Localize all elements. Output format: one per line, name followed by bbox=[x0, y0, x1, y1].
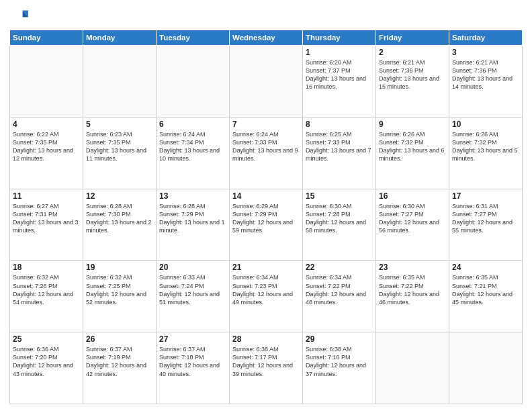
calendar-cell: 3Sunrise: 6:21 AM Sunset: 7:36 PM Daylig… bbox=[449, 46, 523, 118]
day-number: 26 bbox=[86, 334, 153, 344]
calendar-cell: 15Sunrise: 6:30 AM Sunset: 7:28 PM Dayli… bbox=[303, 189, 376, 261]
calendar-cell: 23Sunrise: 6:35 AM Sunset: 7:22 PM Dayli… bbox=[376, 261, 449, 332]
day-number: 6 bbox=[159, 120, 226, 129]
day-number: 25 bbox=[13, 334, 80, 344]
weekday-header-row: SundayMondayTuesdayWednesdayThursdayFrid… bbox=[10, 30, 523, 46]
calendar-body: 1Sunrise: 6:20 AM Sunset: 7:37 PM Daylig… bbox=[10, 46, 523, 404]
calendar-cell: 28Sunrise: 6:38 AM Sunset: 7:17 PM Dayli… bbox=[230, 332, 303, 404]
calendar-week-0: 1Sunrise: 6:20 AM Sunset: 7:37 PM Daylig… bbox=[10, 46, 523, 118]
calendar-cell: 24Sunrise: 6:35 AM Sunset: 7:21 PM Dayli… bbox=[449, 261, 523, 332]
day-info: Sunrise: 6:31 AM Sunset: 7:27 PM Dayligh… bbox=[452, 202, 519, 235]
logo bbox=[9, 7, 31, 26]
day-number: 28 bbox=[232, 334, 300, 344]
calendar-cell: 1Sunrise: 6:20 AM Sunset: 7:37 PM Daylig… bbox=[303, 46, 376, 118]
day-info: Sunrise: 6:21 AM Sunset: 7:36 PM Dayligh… bbox=[379, 58, 446, 91]
day-info: Sunrise: 6:34 AM Sunset: 7:23 PM Dayligh… bbox=[232, 273, 300, 306]
day-number: 11 bbox=[13, 191, 80, 201]
day-info: Sunrise: 6:20 AM Sunset: 7:37 PM Dayligh… bbox=[306, 58, 373, 91]
calendar-cell bbox=[157, 46, 230, 118]
calendar-cell: 27Sunrise: 6:37 AM Sunset: 7:18 PM Dayli… bbox=[157, 332, 230, 404]
day-number: 10 bbox=[452, 120, 519, 129]
weekday-thursday: Thursday bbox=[303, 30, 376, 46]
day-number: 17 bbox=[452, 191, 519, 201]
weekday-wednesday: Wednesday bbox=[230, 30, 303, 46]
calendar-cell: 8Sunrise: 6:25 AM Sunset: 7:33 PM Daylig… bbox=[303, 117, 376, 189]
day-info: Sunrise: 6:21 AM Sunset: 7:36 PM Dayligh… bbox=[452, 58, 519, 91]
day-info: Sunrise: 6:32 AM Sunset: 7:26 PM Dayligh… bbox=[13, 273, 80, 306]
calendar-cell bbox=[449, 332, 523, 404]
day-number: 20 bbox=[159, 263, 226, 272]
day-number: 9 bbox=[379, 120, 446, 129]
calendar-week-3: 18Sunrise: 6:32 AM Sunset: 7:26 PM Dayli… bbox=[10, 261, 523, 332]
calendar-cell bbox=[230, 46, 303, 118]
day-number: 2 bbox=[379, 48, 446, 57]
day-info: Sunrise: 6:23 AM Sunset: 7:35 PM Dayligh… bbox=[86, 130, 153, 163]
day-info: Sunrise: 6:24 AM Sunset: 7:34 PM Dayligh… bbox=[159, 130, 226, 163]
day-info: Sunrise: 6:30 AM Sunset: 7:27 PM Dayligh… bbox=[379, 202, 446, 235]
calendar-cell bbox=[376, 332, 449, 404]
day-number: 12 bbox=[86, 191, 153, 201]
calendar-cell: 2Sunrise: 6:21 AM Sunset: 7:36 PM Daylig… bbox=[376, 46, 449, 118]
day-info: Sunrise: 6:38 AM Sunset: 7:16 PM Dayligh… bbox=[306, 345, 373, 378]
calendar: SundayMondayTuesdayWednesdayThursdayFrid… bbox=[9, 30, 523, 404]
calendar-cell: 4Sunrise: 6:22 AM Sunset: 7:35 PM Daylig… bbox=[10, 117, 83, 189]
day-info: Sunrise: 6:25 AM Sunset: 7:33 PM Dayligh… bbox=[306, 130, 373, 163]
calendar-cell: 9Sunrise: 6:26 AM Sunset: 7:32 PM Daylig… bbox=[376, 117, 449, 189]
calendar-cell: 19Sunrise: 6:32 AM Sunset: 7:25 PM Dayli… bbox=[83, 261, 157, 332]
calendar-cell: 16Sunrise: 6:30 AM Sunset: 7:27 PM Dayli… bbox=[376, 189, 449, 261]
calendar-cell: 25Sunrise: 6:36 AM Sunset: 7:20 PM Dayli… bbox=[10, 332, 83, 404]
day-number: 24 bbox=[452, 263, 519, 272]
day-number: 15 bbox=[306, 191, 373, 201]
day-info: Sunrise: 6:36 AM Sunset: 7:20 PM Dayligh… bbox=[13, 345, 80, 378]
day-info: Sunrise: 6:32 AM Sunset: 7:25 PM Dayligh… bbox=[86, 273, 153, 306]
calendar-cell: 18Sunrise: 6:32 AM Sunset: 7:26 PM Dayli… bbox=[10, 261, 83, 332]
day-number: 5 bbox=[86, 120, 153, 129]
weekday-sunday: Sunday bbox=[10, 30, 83, 46]
day-number: 8 bbox=[306, 120, 373, 129]
day-number: 14 bbox=[232, 191, 300, 201]
calendar-cell: 10Sunrise: 6:26 AM Sunset: 7:32 PM Dayli… bbox=[449, 117, 523, 189]
weekday-tuesday: Tuesday bbox=[157, 30, 230, 46]
page: SundayMondayTuesdayWednesdayThursdayFrid… bbox=[0, 0, 532, 411]
day-number: 3 bbox=[452, 48, 519, 57]
day-number: 1 bbox=[306, 48, 373, 57]
calendar-cell: 26Sunrise: 6:37 AM Sunset: 7:19 PM Dayli… bbox=[83, 332, 157, 404]
day-number: 23 bbox=[379, 263, 446, 272]
day-number: 18 bbox=[13, 263, 80, 272]
header bbox=[9, 7, 523, 26]
calendar-cell: 5Sunrise: 6:23 AM Sunset: 7:35 PM Daylig… bbox=[83, 117, 157, 189]
day-number: 7 bbox=[232, 120, 300, 129]
day-number: 29 bbox=[306, 334, 373, 344]
calendar-cell: 14Sunrise: 6:29 AM Sunset: 7:29 PM Dayli… bbox=[230, 189, 303, 261]
weekday-friday: Friday bbox=[376, 30, 449, 46]
day-number: 27 bbox=[159, 334, 226, 344]
calendar-cell: 21Sunrise: 6:34 AM Sunset: 7:23 PM Dayli… bbox=[230, 261, 303, 332]
day-info: Sunrise: 6:28 AM Sunset: 7:29 PM Dayligh… bbox=[159, 202, 226, 235]
day-info: Sunrise: 6:24 AM Sunset: 7:33 PM Dayligh… bbox=[232, 130, 300, 163]
calendar-week-4: 25Sunrise: 6:36 AM Sunset: 7:20 PM Dayli… bbox=[10, 332, 523, 404]
day-info: Sunrise: 6:26 AM Sunset: 7:32 PM Dayligh… bbox=[452, 130, 519, 163]
calendar-cell: 6Sunrise: 6:24 AM Sunset: 7:34 PM Daylig… bbox=[157, 117, 230, 189]
day-info: Sunrise: 6:35 AM Sunset: 7:22 PM Dayligh… bbox=[379, 273, 446, 306]
calendar-cell: 7Sunrise: 6:24 AM Sunset: 7:33 PM Daylig… bbox=[230, 117, 303, 189]
calendar-cell: 22Sunrise: 6:34 AM Sunset: 7:22 PM Dayli… bbox=[303, 261, 376, 332]
logo-icon bbox=[9, 7, 28, 26]
calendar-cell: 12Sunrise: 6:28 AM Sunset: 7:30 PM Dayli… bbox=[83, 189, 157, 261]
day-info: Sunrise: 6:22 AM Sunset: 7:35 PM Dayligh… bbox=[13, 130, 80, 163]
day-number: 13 bbox=[159, 191, 226, 201]
day-info: Sunrise: 6:27 AM Sunset: 7:31 PM Dayligh… bbox=[13, 202, 80, 235]
calendar-cell: 11Sunrise: 6:27 AM Sunset: 7:31 PM Dayli… bbox=[10, 189, 83, 261]
calendar-cell bbox=[10, 46, 83, 118]
day-info: Sunrise: 6:30 AM Sunset: 7:28 PM Dayligh… bbox=[306, 202, 373, 235]
day-number: 22 bbox=[306, 263, 373, 272]
day-number: 21 bbox=[232, 263, 300, 272]
day-info: Sunrise: 6:28 AM Sunset: 7:30 PM Dayligh… bbox=[86, 202, 153, 235]
day-info: Sunrise: 6:37 AM Sunset: 7:19 PM Dayligh… bbox=[86, 345, 153, 378]
day-info: Sunrise: 6:38 AM Sunset: 7:17 PM Dayligh… bbox=[232, 345, 300, 378]
calendar-cell: 20Sunrise: 6:33 AM Sunset: 7:24 PM Dayli… bbox=[157, 261, 230, 332]
calendar-week-2: 11Sunrise: 6:27 AM Sunset: 7:31 PM Dayli… bbox=[10, 189, 523, 261]
weekday-saturday: Saturday bbox=[449, 30, 523, 46]
day-number: 19 bbox=[86, 263, 153, 272]
weekday-monday: Monday bbox=[83, 30, 157, 46]
calendar-week-1: 4Sunrise: 6:22 AM Sunset: 7:35 PM Daylig… bbox=[10, 117, 523, 189]
